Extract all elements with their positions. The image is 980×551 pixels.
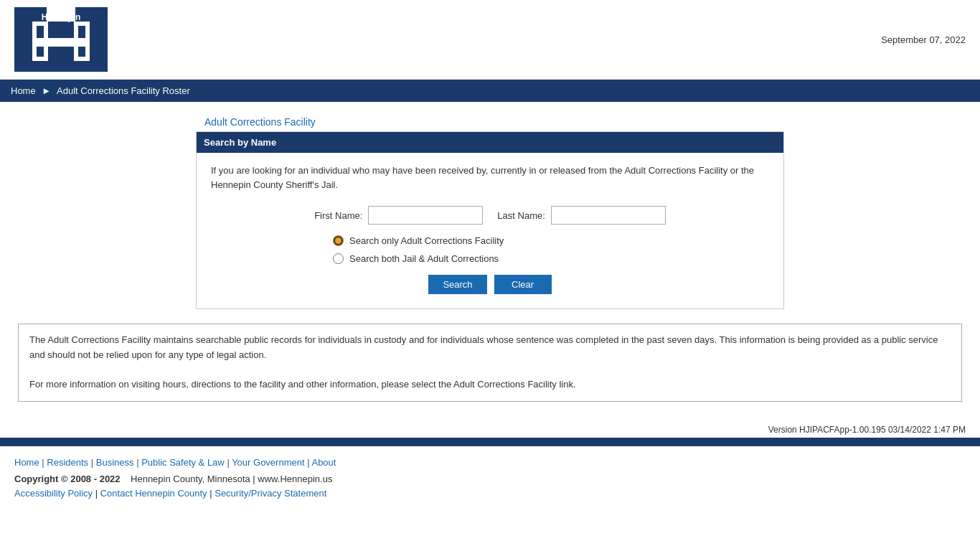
footer-version: Version HJIPACFApp-1.00.195 03/14/2022 1… [768,425,966,435]
info-line1: The Adult Corrections Facility maintains… [29,333,951,363]
footer-nav-government[interactable]: Your Government [232,457,304,468]
breadcrumb-bar: Home ► Adult Corrections Facility Roster [0,80,980,102]
footer-nav-residents[interactable]: Residents [47,457,88,468]
svg-rect-8 [37,47,44,57]
search-panel-body: If you are looking for an individual who… [197,153,783,309]
search-panel-header: Search by Name [197,132,783,153]
footer-links: Accessibility Policy | Contact Hennepin … [14,488,966,499]
first-name-label: First Name: [314,210,362,221]
radio-option-both: Search both Jail & Adult Corrections [333,253,499,264]
footer-sep-2: | [91,457,96,468]
last-name-input[interactable] [551,206,666,225]
first-name-input[interactable] [368,206,483,225]
last-name-group: Last Name: [497,206,665,225]
date-display: September 07, 2022 [881,34,966,45]
logo-container: Hennepin [14,7,108,72]
search-description: If you are looking for an individual who… [211,164,769,192]
search-button[interactable]: Search [428,275,486,294]
breadcrumb-current: Adult Corrections Facility Roster [57,85,190,96]
radio-option-acf: Search only Adult Corrections Facility [333,235,504,246]
breadcrumb-home-link[interactable]: Home [11,85,36,96]
footer-org: Hennepin County, Minnesota | www.Hennepi… [131,474,332,484]
breadcrumb-separator: ► [42,85,51,96]
radio-acf-only-label: Search only Adult Corrections Facility [349,235,504,246]
page-header: Hennepin September 07, 2022 [0,0,980,80]
svg-rect-9 [78,47,85,57]
svg-text:Hennepin: Hennepin [42,12,81,22]
name-fields-row: First Name: Last Name: [211,206,769,225]
facility-title: Adult Corrections Facility [204,116,969,128]
last-name-label: Last Name: [497,210,545,221]
button-row: Search Clear [211,275,769,294]
footer-nav-home[interactable]: Home [14,457,39,468]
search-type-radio-group: Search only Adult Corrections Facility S… [333,235,769,264]
footer-accessibility-link[interactable]: Accessibility Policy [14,488,93,499]
footer-nav-about[interactable]: About [311,457,336,468]
main-content: Adult Corrections Facility Search by Nam… [0,102,980,430]
radio-both-label: Search both Jail & Adult Corrections [349,253,499,264]
footer-link-sep-1: | [95,488,100,499]
hennepin-logo-svg: Hennepin [14,7,108,72]
footer-nav: Home | Residents | Business | Public Saf… [14,457,966,468]
radio-both[interactable] [333,253,344,264]
radio-acf-only[interactable] [333,235,344,246]
footer-contact-link[interactable]: Contact Hennepin County [100,488,207,499]
svg-rect-5 [48,38,74,47]
footer-copyright: Copyright © 2008 - 2022 Hennepin County,… [14,474,966,484]
footer-nav-business[interactable]: Business [96,457,134,468]
info-box: The Adult Corrections Facility maintains… [18,324,962,402]
clear-button[interactable]: Clear [494,275,552,294]
svg-rect-7 [78,26,85,38]
footer: Version HJIPACFApp-1.00.195 03/14/2022 1… [0,446,980,513]
info-line2: For more information on visiting hours, … [29,377,951,392]
footer-security-link[interactable]: Security/Privacy Statement [215,488,326,499]
footer-nav-public-safety[interactable]: Public Safety & Law [141,457,225,468]
copyright-text: Copyright © 2008 - 2022 [14,474,121,484]
search-panel: Search by Name If you are looking for an… [196,131,784,309]
first-name-group: First Name: [314,206,483,225]
footer-divider [0,438,980,446]
footer-clear [14,499,966,502]
logo: Hennepin [14,7,108,72]
svg-rect-6 [37,26,44,38]
